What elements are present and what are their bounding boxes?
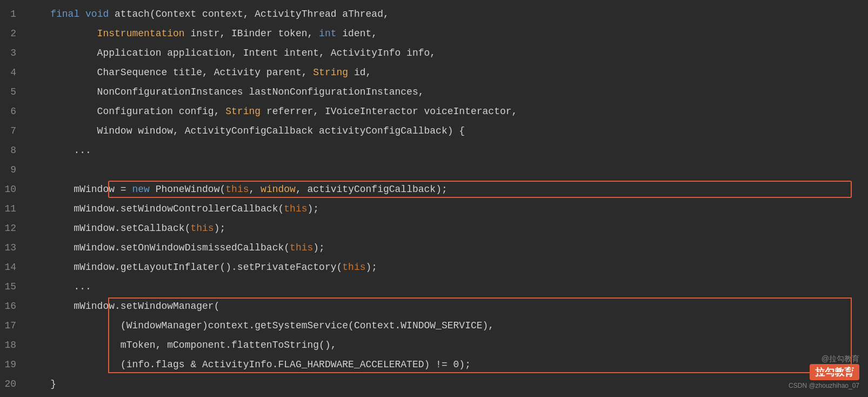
code-line: 11 mWindow.setWindowControllerCallback(t… — [0, 199, 868, 219]
watermark-top: @拉勾教育 — [822, 354, 859, 364]
code-token: this — [284, 203, 307, 214]
code-token: ... — [27, 145, 91, 156]
code-token — [27, 9, 50, 19]
code-line: 20 } — [0, 374, 868, 394]
line-number: 20 — [0, 379, 27, 389]
code-line: 13 mWindow.setOnWindowDismissedCallback(… — [0, 238, 868, 257]
watermark: @拉勾教育拉勾教育CSDN @zhouzhihao_07 — [789, 354, 859, 389]
code-token: , — [249, 184, 261, 195]
code-token: , activityConfigCallback); — [296, 184, 448, 195]
code-line: 2 Instrumentation instr, IBinder token, … — [0, 24, 868, 43]
code-token: mToken, mComponent.flattenToString(), — [27, 340, 337, 350]
code-token: void — [85, 9, 109, 19]
line-number: 14 — [0, 262, 27, 273]
code-line: 16 mWindow.setWindowManager( — [0, 296, 868, 316]
code-line: 8 ... — [0, 141, 868, 160]
line-content: mWindow.setOnWindowDismissedCallback(thi… — [27, 241, 325, 254]
line-content: ... — [27, 280, 91, 293]
code-token: ); — [313, 242, 325, 253]
line-content: mWindow = new PhoneWindow(this, window, … — [27, 183, 448, 196]
code-token: NonConfigurationInstances lastNonConfigu… — [27, 87, 424, 97]
line-content: Configuration config, String referrer, I… — [27, 105, 517, 118]
line-number: 10 — [0, 184, 27, 195]
code-token: mWindow = — [27, 184, 132, 195]
code-token: Window window, ActivityConfigCallback ac… — [27, 125, 465, 136]
code-token: final — [50, 9, 79, 19]
line-number: 2 — [0, 28, 27, 39]
code-token: } — [27, 379, 56, 389]
code-line: 1 final void attach(Context context, Act… — [0, 4, 868, 24]
code-line: 18 mToken, mComponent.flattenToString(), — [0, 335, 868, 355]
code-token: window — [261, 184, 296, 195]
line-number: 12 — [0, 223, 27, 234]
code-token: ... — [27, 281, 91, 292]
line-content: (info.flags & ActivityInfo.FLAG_HARDWARE… — [27, 358, 471, 371]
code-line: 19 (info.flags & ActivityInfo.FLAG_HARDW… — [0, 355, 868, 374]
code-line: 15 ... — [0, 277, 868, 296]
code-token: ident, — [337, 28, 378, 39]
code-line: 12 mWindow.setCallback(this); — [0, 219, 868, 238]
line-content: NonConfigurationInstances lastNonConfigu… — [27, 85, 424, 98]
line-number: 15 — [0, 281, 27, 292]
line-content: } — [27, 378, 56, 391]
line-number: 6 — [0, 106, 27, 117]
line-number: 11 — [0, 203, 27, 214]
line-number: 13 — [0, 242, 27, 253]
code-token: mWindow.setCallback( — [27, 223, 190, 234]
code-token: new — [132, 184, 149, 195]
code-token: ); — [214, 223, 226, 234]
code-token: this — [290, 242, 313, 253]
line-number: 5 — [0, 87, 27, 97]
code-line: 6 Configuration config, String referrer,… — [0, 102, 868, 121]
line-content: final void attach(Context context, Activ… — [27, 8, 389, 21]
code-token: this — [190, 223, 213, 234]
code-token: String — [225, 106, 261, 117]
line-number: 16 — [0, 301, 27, 312]
code-line: 10 mWindow = new PhoneWindow(this, windo… — [0, 180, 868, 199]
code-token: attach(Context context, ActivityThread a… — [109, 9, 389, 19]
code-token: mWindow.setOnWindowDismissedCallback( — [27, 242, 290, 253]
code-line: 7 Window window, ActivityConfigCallback … — [0, 121, 868, 141]
code-token: Application application, Intent intent, … — [27, 48, 436, 58]
code-line: 5 NonConfigurationInstances lastNonConfi… — [0, 82, 868, 102]
code-token: this — [342, 262, 365, 273]
code-token: this — [225, 184, 249, 195]
code-token: PhoneWindow( — [150, 184, 225, 195]
code-line: 9 — [0, 160, 868, 180]
line-content: mWindow.setCallback(this); — [27, 222, 225, 235]
line-number: 17 — [0, 320, 27, 331]
code-token: instr, IBinder token, — [185, 28, 319, 39]
code-token: referrer, IVoiceInteractor voiceInteract… — [261, 106, 517, 117]
code-container: 1 final void attach(Context context, Act… — [0, 0, 868, 397]
code-token: ); — [366, 262, 378, 273]
line-number: 3 — [0, 48, 27, 58]
line-content: Instrumentation instr, IBinder token, in… — [27, 27, 377, 40]
code-token: mWindow.setWindowManager( — [27, 301, 219, 312]
line-number: 18 — [0, 340, 27, 350]
line-number: 4 — [0, 67, 27, 78]
line-content: mWindow.getLayoutInflater().setPrivateFa… — [27, 261, 377, 274]
code-token: (info.flags & ActivityInfo.FLAG_HARDWARE… — [27, 359, 471, 370]
line-number: 8 — [0, 145, 27, 156]
code-token: mWindow.setWindowControllerCallback( — [27, 203, 284, 214]
code-token: mWindow.getLayoutInflater().setPrivateFa… — [27, 262, 342, 273]
watermark-brand: 拉勾教育 — [810, 364, 859, 380]
line-content: Application application, Intent intent, … — [27, 47, 436, 59]
code-token: id, — [348, 67, 371, 78]
code-token — [79, 9, 85, 19]
line-number: 9 — [0, 164, 27, 175]
code-token: Configuration config, — [27, 106, 225, 117]
line-number: 1 — [0, 9, 27, 19]
watermark-sub: CSDN @zhouzhihao_07 — [789, 382, 859, 389]
code-token: ); — [308, 203, 319, 214]
code-line: 4 CharSequence title, Activity parent, S… — [0, 63, 868, 82]
line-content: CharSequence title, Activity parent, Str… — [27, 66, 371, 79]
line-content: Window window, ActivityConfigCallback ac… — [27, 124, 465, 137]
line-content: mWindow.setWindowManager( — [27, 300, 219, 313]
line-number: 7 — [0, 125, 27, 136]
code-token: CharSequence title, Activity parent, — [27, 67, 313, 78]
code-line: 17 (WindowManager)context.getSystemServi… — [0, 316, 868, 335]
line-content: mWindow.setWindowControllerCallback(this… — [27, 202, 319, 215]
code-line: 14 mWindow.getLayoutInflater().setPrivat… — [0, 257, 868, 277]
code-token: int — [319, 28, 336, 39]
